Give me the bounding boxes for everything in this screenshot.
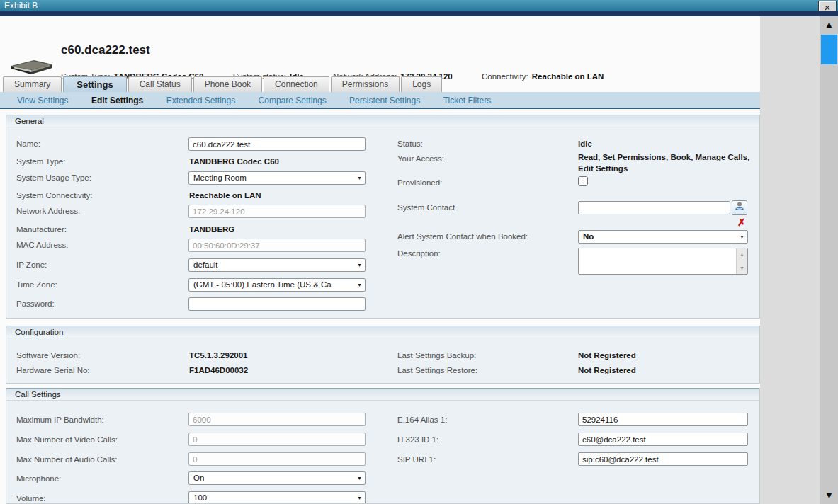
system-connectivity-label: System Connectivity:	[16, 191, 92, 200]
your-access-label: Your Access:	[397, 154, 444, 163]
ip-zone-select[interactable]: default ▼	[188, 258, 366, 272]
microphone-label: Microphone:	[16, 474, 61, 483]
provisioned-label: Provisioned:	[397, 178, 442, 187]
alert-system-contact-label: Alert System Contact when Booked:	[397, 232, 528, 241]
mac-address-input	[188, 239, 366, 252]
status-value: Idle	[578, 139, 592, 148]
last-settings-backup-value: Not Registered	[578, 351, 636, 360]
microphone-select[interactable]: On ▼	[188, 471, 366, 485]
password-input[interactable]	[188, 297, 366, 311]
subtab-view-settings[interactable]: View Settings	[7, 92, 79, 105]
settings-subtabs: View Settings Edit Settings Extended Set…	[0, 92, 760, 109]
device-icon	[10, 56, 54, 79]
subtab-extended-settings[interactable]: Extended Settings	[157, 92, 245, 105]
last-settings-restore-value: Not Registered	[578, 366, 636, 374]
subtab-compare-settings[interactable]: Compare Settings	[249, 92, 336, 105]
system-connectivity-value: Reachable on LAN	[189, 191, 261, 200]
h323-id-input[interactable]	[578, 433, 748, 446]
volume-select[interactable]: 100 ▼	[188, 491, 366, 504]
max-ip-bandwidth-label: Maximum IP Bandwidth:	[16, 416, 104, 424]
tab-permissions[interactable]: Permissions	[331, 76, 400, 92]
section-call-settings-header: Call Settings	[6, 388, 759, 401]
name-input[interactable]	[188, 137, 366, 151]
dropdown-icon: ▼	[355, 282, 362, 287]
description-textarea[interactable]: ▲ ▼	[578, 248, 748, 275]
textarea-scroll-down-icon[interactable]: ▼	[737, 265, 747, 270]
ip-zone-value: default	[193, 260, 218, 269]
scroll-up-icon: ▲	[825, 19, 834, 30]
manufacturer-label: Manufacturer:	[16, 225, 67, 234]
max-audio-calls-label: Max Number of Audio Calls:	[16, 455, 118, 464]
tab-summary[interactable]: Summary	[3, 76, 62, 92]
e164-alias-input[interactable]	[578, 413, 748, 426]
manufacturer-value: TANDBERG	[189, 225, 234, 234]
last-settings-restore-label: Last Settings Restore:	[397, 366, 477, 374]
dropdown-icon: ▼	[355, 476, 362, 481]
max-ip-bandwidth-input	[188, 413, 366, 426]
remove-contact-icon[interactable]: ✗	[737, 217, 746, 227]
provisioned-checkbox[interactable]	[578, 176, 588, 186]
max-audio-calls-input	[188, 452, 366, 466]
scroll-up-button[interactable]: ▲	[820, 16, 838, 33]
section-general-header: General	[6, 115, 759, 127]
volume-value: 100	[193, 493, 207, 502]
dropdown-icon: ▼	[355, 496, 362, 500]
microphone-value: On	[193, 474, 204, 482]
alert-system-contact-value: No	[583, 232, 594, 241]
software-version-value: TC5.1.3.292001	[189, 351, 247, 360]
tab-settings[interactable]: Settings	[63, 76, 126, 92]
dropdown-icon: ▼	[355, 176, 362, 181]
last-settings-backup-label: Last Settings Backup:	[397, 351, 476, 360]
content-area: c60.dca222.test System Type:TANDBERG Cod…	[0, 16, 760, 504]
alert-system-contact-select[interactable]: No ▼	[578, 230, 748, 244]
ip-zone-label: IP Zone:	[16, 260, 47, 269]
main-tabs: SummarySettingsCall StatusPhone BookConn…	[3, 76, 443, 92]
your-access-value: Read, Set Permissions, Book, Manage Call…	[578, 152, 760, 174]
section-call-settings: Call Settings Maximum IP Bandwidth: Max …	[6, 388, 760, 504]
dropdown-icon: ▼	[355, 263, 362, 268]
connectivity-pair: Connectivity:Reachable on LAN	[482, 72, 604, 81]
subtab-edit-settings[interactable]: Edit Settings	[81, 92, 153, 105]
system-type-field-value: TANDBERG Codec C60	[189, 157, 279, 166]
max-video-calls-input	[188, 433, 366, 446]
connectivity-label: Connectivity:	[482, 72, 528, 81]
tab-logs[interactable]: Logs	[401, 76, 442, 92]
time-zone-select[interactable]: (GMT - 05:00) Eastern Time (US & Ca ▼	[188, 278, 366, 292]
textarea-scroll-rail[interactable]: ▲ ▼	[736, 248, 747, 274]
system-contact-label: System Contact	[397, 203, 455, 212]
scroll-down-button[interactable]: ▼	[820, 487, 838, 504]
network-address-field-label: Network Address:	[16, 207, 80, 215]
textarea-scroll-up-icon[interactable]: ▲	[737, 252, 747, 257]
hardware-serial-label: Hardware Serial No:	[16, 366, 90, 374]
vertical-scrollbar[interactable]: ▲ ▼	[820, 16, 838, 504]
titlebar-accent	[0, 11, 838, 16]
tab-connection[interactable]: Connection	[264, 76, 329, 92]
software-version-label: Software Version:	[16, 351, 80, 360]
system-contact-input[interactable]	[578, 201, 730, 214]
connectivity-value: Reachable on LAN	[532, 72, 604, 81]
subtab-persistent-settings[interactable]: Persistent Settings	[339, 92, 430, 105]
volume-label: Volume:	[16, 494, 46, 503]
status-label: Status:	[397, 139, 423, 148]
mac-address-label: MAC Address:	[16, 241, 69, 249]
system-name-heading: c60.dca222.test	[61, 43, 150, 57]
max-video-calls-label: Max Number of Video Calls:	[16, 435, 118, 444]
password-label: Password:	[16, 299, 55, 308]
system-usage-type-select[interactable]: Meeting Room ▼	[188, 171, 366, 185]
time-zone-value: (GMT - 05:00) Eastern Time (US & Ca	[193, 280, 332, 289]
system-usage-type-label: System Usage Type:	[16, 173, 91, 182]
sip-uri-input[interactable]	[578, 452, 748, 466]
select-contact-button[interactable]	[732, 200, 747, 215]
name-label: Name:	[16, 139, 40, 148]
system-type-field-label: System Type:	[16, 157, 65, 166]
network-address-input	[188, 205, 366, 218]
tab-phone-book[interactable]: Phone Book	[193, 76, 262, 92]
section-general: General Name: System Type: TANDBERG Code…	[6, 115, 760, 319]
hardware-serial-value: F1AD46D00032	[189, 366, 248, 374]
tab-call-status[interactable]: Call Status	[128, 76, 192, 92]
h323-id-label: H.323 ID 1:	[397, 435, 438, 444]
subtab-ticket-filters[interactable]: Ticket Filters	[434, 92, 502, 105]
contact-person-icon	[734, 201, 745, 212]
scrollbar-thumb[interactable]	[821, 35, 837, 64]
section-configuration-header: Configuration	[6, 326, 759, 338]
